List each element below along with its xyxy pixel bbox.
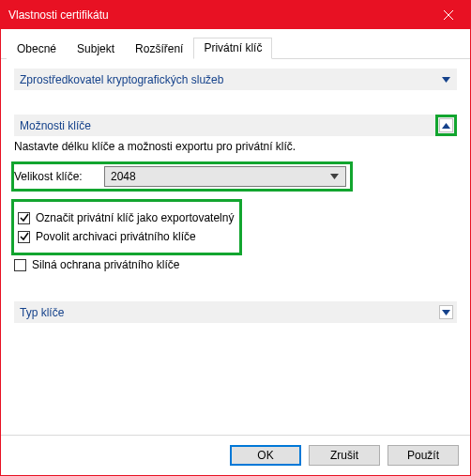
key-size-select[interactable]: 2048 — [104, 166, 346, 187]
svg-marker-2 — [442, 77, 450, 83]
chevron-down-icon — [439, 305, 453, 319]
checkbox-icon — [18, 231, 30, 243]
chevron-down-icon — [328, 174, 340, 179]
tabstrip: Obecné Subjekt Rozšíření Privátní klíč — [1, 29, 470, 59]
key-options-hint: Nastavte délku klíče a možnosti exportu … — [14, 140, 457, 153]
dialog-window: Vlastnosti certifikátu Obecné Subjekt Ro… — [0, 0, 471, 476]
check-exportable[interactable]: Označit privátní klíč jako exportovateln… — [18, 211, 234, 224]
window-title: Vlastnosti certifikátu — [8, 8, 427, 22]
tab-private-key[interactable]: Privátní klíč — [193, 38, 272, 59]
chevron-down-icon — [439, 72, 453, 86]
titlebar: Vlastnosti certifikátu — [1, 1, 470, 29]
section-provider[interactable]: Zprostředkovatel kryptografických služeb — [14, 69, 457, 90]
apply-button[interactable]: Použít — [387, 445, 459, 466]
footer: OK Zrušit Použít — [1, 435, 470, 475]
cancel-button[interactable]: Zrušit — [309, 445, 380, 466]
highlighted-checks: Označit privátní klíč jako exportovateln… — [14, 202, 239, 253]
tab-general[interactable]: Obecné — [7, 38, 67, 59]
check-exportable-label: Označit privátní klíč jako exportovateln… — [36, 211, 234, 224]
svg-marker-4 — [330, 174, 339, 179]
section-key-options[interactable]: Možnosti klíče — [14, 115, 457, 136]
key-checks: Označit privátní klíč jako exportovateln… — [14, 198, 457, 281]
check-archive-label: Povolit archivaci privátního klíče — [36, 230, 196, 243]
close-icon — [444, 10, 453, 20]
checkbox-icon — [18, 212, 30, 224]
key-size-row: Velikost klíče: 2048 — [14, 164, 350, 189]
section-key-options-title: Možnosti klíče — [20, 119, 439, 132]
check-strong-protection[interactable]: Silná ochrana privátního klíče — [14, 258, 453, 271]
close-button[interactable] — [427, 1, 470, 29]
check-archive[interactable]: Povolit archivaci privátního klíče — [18, 230, 234, 243]
svg-marker-5 — [442, 310, 450, 315]
ok-button[interactable]: OK — [230, 445, 301, 466]
chevron-up-icon — [439, 118, 453, 132]
tab-extensions[interactable]: Rozšíření — [125, 38, 193, 59]
section-key-type[interactable]: Typ klíče — [14, 301, 457, 323]
tab-subject[interactable]: Subjekt — [67, 38, 125, 59]
svg-marker-3 — [442, 123, 450, 129]
section-key-type-title: Typ klíče — [20, 306, 439, 319]
section-provider-title: Zprostředkovatel kryptografických služeb — [20, 73, 439, 86]
check-strong-label: Silná ochrana privátního klíče — [32, 258, 179, 271]
key-size-value: 2048 — [111, 170, 328, 183]
content-area: Zprostředkovatel kryptografických služeb… — [1, 59, 470, 435]
checkbox-icon — [14, 259, 26, 271]
key-size-label: Velikost klíče: — [14, 170, 104, 183]
